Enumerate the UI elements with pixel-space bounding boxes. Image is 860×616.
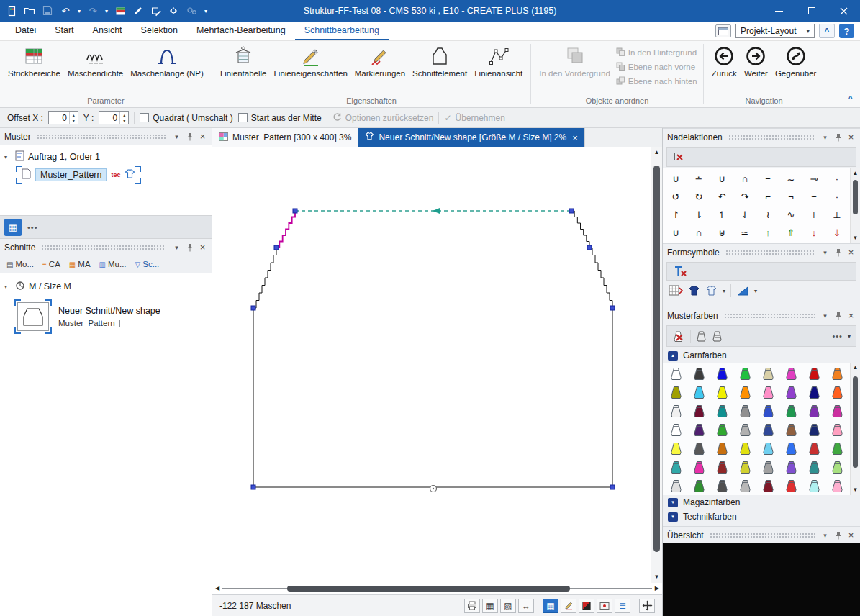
needle-action-symbol[interactable]: ∩ — [687, 224, 710, 242]
in-den-hintergrund-button[interactable]: In den Hintergrund — [615, 47, 697, 58]
yarn-color-swatch[interactable] — [687, 402, 710, 420]
scroll-up-icon[interactable]: ▲ — [853, 169, 859, 178]
yarn-color-swatch[interactable] — [802, 458, 825, 476]
needle-action-symbol[interactable]: ↺ — [664, 188, 687, 206]
color-library-icon[interactable] — [712, 330, 723, 342]
new-document-icon[interactable] — [3, 2, 20, 19]
needle-action-symbol[interactable]: − — [802, 188, 825, 206]
needle-action-symbol[interactable]: ⇂ — [687, 206, 710, 224]
offset-x-input[interactable]: 0 ▴▾ — [48, 111, 78, 124]
minimize-button[interactable] — [763, 0, 795, 22]
schnitte-tab-sc[interactable]: ▽Sc... — [132, 258, 163, 270]
apply-button[interactable]: ✓ Übernehmen — [444, 113, 504, 123]
yarn-color-swatch[interactable] — [779, 476, 802, 495]
pattern-checkbox-icon[interactable] — [119, 320, 127, 327]
offset-y-stepper[interactable]: ▴▾ — [119, 112, 128, 124]
vertical-scrollbar[interactable]: ▲ ▼ — [651, 147, 662, 583]
linientabelle-button[interactable]: Linientabelle — [217, 44, 271, 79]
needle-action-symbol[interactable]: ≃ — [733, 224, 756, 242]
yarn-color-swatch[interactable] — [710, 402, 733, 420]
expander-icon[interactable]: ▾ — [4, 154, 12, 160]
yarn-color-swatch[interactable] — [825, 383, 848, 402]
structure-view-button[interactable]: ▨ — [500, 599, 516, 613]
document-tab-muster-pattern[interactable]: Muster_Pattern [300 x 400] 3% — [212, 128, 358, 147]
overflow-icon[interactable]: ••• — [832, 332, 843, 340]
draw-mode-button[interactable] — [561, 599, 576, 613]
quadrat-checkbox[interactable]: Quadrat ( Umschalt ) — [140, 113, 232, 123]
menu-tab-ansicht[interactable]: Ansicht — [83, 22, 132, 40]
horizontal-scrollbar[interactable]: ◀ ▶ — [212, 583, 662, 594]
weiter-button[interactable]: Weiter — [741, 44, 771, 79]
schnitte-tab-mu[interactable]: ▥Mu... — [96, 258, 130, 270]
yarn-color-swatch[interactable] — [756, 439, 779, 458]
magazinfarben-section-bar[interactable]: ▾ Magazinfarben — [663, 495, 860, 509]
yarn-color-swatch[interactable] — [664, 420, 687, 439]
delete-color-icon[interactable] — [672, 330, 685, 343]
shape-vertex-handle[interactable] — [610, 306, 615, 310]
yarn-color-swatch[interactable] — [710, 364, 733, 383]
maximize-button[interactable] — [795, 0, 828, 22]
panel-menu-icon[interactable]: ▾ — [820, 311, 830, 321]
schnitte-tab-ca[interactable]: ≡CA — [39, 258, 64, 270]
menu-tab-start[interactable]: Start — [45, 22, 83, 40]
needle-action-symbol[interactable]: ⊤ — [802, 206, 825, 224]
panel-menu-icon[interactable]: ▾ — [820, 132, 830, 142]
scroll-right-icon[interactable]: ▶ — [655, 584, 659, 593]
needle-action-symbol[interactable]: ⇑ — [779, 224, 802, 242]
scroll-left-icon[interactable]: ◀ — [215, 584, 219, 593]
yarn-color-swatch[interactable] — [710, 476, 733, 495]
markierungen-button[interactable]: Markierungen — [351, 44, 409, 79]
muster-pattern-item[interactable]: Muster_Pattern tec — [16, 166, 141, 184]
needle-action-symbol[interactable]: ↿ — [710, 206, 733, 224]
yarn-color-swatch[interactable] — [664, 402, 687, 420]
needle-action-symbol[interactable]: ¬ — [779, 188, 802, 206]
shape-symbol-active-icon[interactable] — [673, 266, 687, 277]
collapse-ribbon-button[interactable]: ^ — [819, 24, 835, 38]
pin-icon[interactable] — [185, 243, 194, 253]
open-folder-icon[interactable] — [21, 2, 38, 19]
scroll-down-icon[interactable]: ▼ — [853, 486, 859, 494]
schnitte-tab-ma[interactable]: ▦MA — [65, 258, 94, 270]
chevron-down-icon[interactable]: ▾ — [754, 288, 757, 294]
yarn-color-swatch[interactable] — [825, 364, 848, 383]
pin-icon[interactable] — [833, 248, 843, 258]
menu-tab-datei[interactable]: Datei — [6, 22, 45, 40]
needle-action-symbol[interactable]: ∪ — [710, 170, 733, 188]
measure-button[interactable]: ↔ — [518, 599, 534, 613]
pattern-grid-icon[interactable] — [112, 2, 129, 19]
scroll-up-icon[interactable]: ▲ — [853, 363, 859, 372]
yarn-color-swatch[interactable] — [664, 476, 687, 495]
pattern-edit-icon[interactable] — [148, 2, 165, 19]
yarn-color-swatch[interactable] — [825, 402, 848, 420]
yarn-color-swatch[interactable] — [756, 458, 779, 476]
needle-action-symbol[interactable]: ∪ — [664, 224, 687, 242]
menu-tab-schnittbearbeitung[interactable]: Schnittbearbeitung — [295, 22, 389, 40]
scroll-thumb[interactable] — [853, 180, 858, 214]
yarn-color-swatch[interactable] — [733, 402, 756, 420]
needle-action-symbol[interactable]: ∿ — [779, 206, 802, 224]
needle-action-symbol[interactable]: ↻ — [687, 188, 710, 206]
offset-x-stepper[interactable]: ▴▾ — [69, 112, 78, 124]
strickbereiche-button[interactable]: Strickbereiche — [4, 44, 64, 79]
shape-vertex-handle[interactable] — [610, 485, 615, 489]
in-den-vordergrund-button[interactable]: In den Vordergrund — [535, 44, 613, 79]
yarn-color-swatch[interactable] — [710, 420, 733, 439]
needle-action-symbol[interactable]: ∩ — [733, 170, 756, 188]
panel-menu-icon[interactable]: ▾ — [820, 530, 830, 540]
needle-action-symbol[interactable]: − — [756, 170, 779, 188]
shape-vertex-handle[interactable] — [587, 245, 592, 250]
needle-action-symbol[interactable]: ↓ — [802, 224, 825, 242]
step-down-icon[interactable]: ▾ — [120, 118, 128, 124]
yarn-color-swatch[interactable] — [664, 383, 687, 402]
gegenueber-button[interactable]: Gegenüber — [771, 44, 820, 79]
grid-view-button[interactable]: ▦ — [543, 599, 558, 613]
shape-vertex-handle[interactable] — [251, 485, 255, 489]
order-tree-root[interactable]: ▾ Auftrag 1, Order 1 — [4, 148, 207, 166]
panel-menu-icon[interactable]: ▾ — [172, 132, 181, 142]
yarn-color-swatch[interactable] — [756, 402, 779, 420]
panel-menu-icon[interactable]: ▾ — [820, 248, 830, 258]
yarn-color-swatch[interactable] — [825, 458, 848, 476]
size-tree-root[interactable]: ▾ M / Size M — [4, 278, 207, 295]
pin-icon[interactable] — [833, 530, 843, 540]
panel-menu-icon[interactable]: ▾ — [172, 243, 181, 253]
